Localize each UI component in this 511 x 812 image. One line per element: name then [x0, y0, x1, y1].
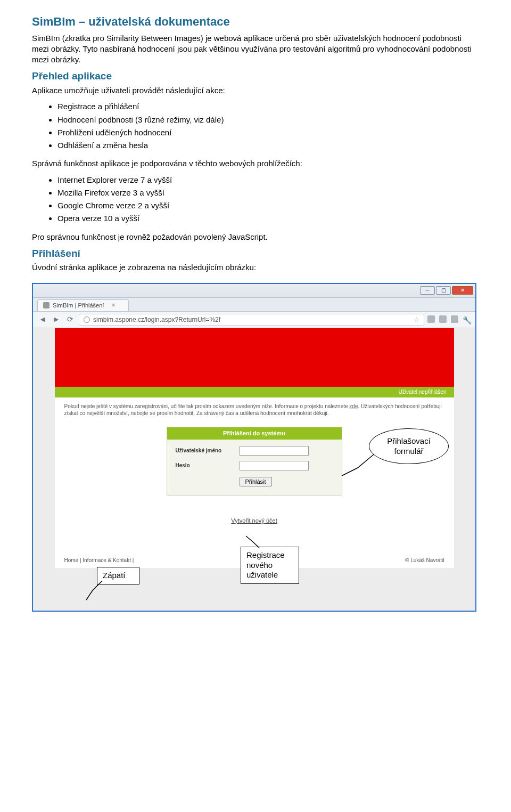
status-strip: Uživatel nepřihlášen [55, 387, 454, 397]
login-body: Uživatelské jméno Heslo Přihlásit [167, 440, 342, 495]
login-header: Přihlášení do systému [167, 427, 342, 440]
list-item: Registrace a přihlášení [57, 101, 479, 112]
url-box[interactable]: simbim.aspone.cz/login.aspx?ReturnUrl=%2… [79, 314, 424, 326]
list-item: Hodnocení podbnosti (3 různé režimy, viz… [57, 115, 479, 125]
create-account-row: Vytvořit nový účet [55, 517, 454, 525]
tab-title: SimBIm | Přihlášení [53, 302, 104, 310]
footer-left[interactable]: Home | Informace & Kontakt | [64, 557, 134, 564]
browsers-lead: Správná funkčnost aplikace je podporován… [32, 158, 479, 169]
username-label: Uživatelské jméno [176, 447, 234, 454]
doc-title: SimBIm – uživatelská dokumentace [32, 14, 479, 30]
form-row-username: Uživatelské jméno [176, 446, 333, 456]
create-account-link[interactable]: Vytvořit nový účet [231, 517, 277, 524]
info-text: Pokud nejste ještě v systému zaregistrov… [55, 397, 454, 423]
section-login-title: Přihlášení [32, 247, 479, 261]
intro-paragraph: SimBIm (zkratka pro Similarity Between I… [32, 33, 479, 66]
list-item: Odhlášení a změna hesla [57, 140, 479, 151]
globe-icon [84, 316, 90, 323]
section-overview-title: Přehled aplikace [32, 69, 479, 83]
callout-login-form: Přihlašovací formulář [369, 428, 449, 465]
address-bar-row: ◄ ► ⟳ simbim.aspone.cz/login.aspx?Return… [33, 312, 475, 328]
wrench-icon[interactable]: 🔧 [463, 315, 471, 324]
list-item: Internet Explorer verze 7 a vyšší [57, 175, 479, 185]
login-lead: Úvodní stránka aplikace je zobrazena na … [32, 262, 479, 273]
tab-strip: SimBIm | Přihlášení ✕ [33, 298, 475, 312]
url-text: simbim.aspone.cz/login.aspx?ReturnUrl=%2… [93, 315, 220, 324]
browser-window: ─ ▢ ✕ SimBIm | Přihlášení ✕ ◄ ► ⟳ simbim… [32, 283, 476, 612]
js-note: Pro správnou funkčnost je rovněž požadov… [32, 232, 479, 242]
browsers-list: Internet Explorer verze 7 a vyšší Mozill… [57, 175, 479, 224]
actions-list: Registrace a přihlášení Hodnocení podbno… [57, 101, 479, 151]
reload-icon[interactable]: ⟳ [65, 314, 76, 325]
bookmark-icon[interactable]: ☆ [414, 315, 419, 324]
login-box: Přihlášení do systému Uživatelské jméno … [167, 427, 342, 496]
list-item: Opera verze 10 a vyšší [57, 213, 479, 224]
form-row-password: Heslo [176, 461, 333, 470]
extension-icon[interactable] [451, 315, 458, 323]
red-banner [55, 328, 454, 387]
toolbar-right: 🔧 [427, 315, 471, 324]
close-button[interactable]: ✕ [452, 286, 473, 295]
page-viewport: Uživatel nepřihlášen Pokud nejste ještě … [33, 328, 475, 611]
password-input[interactable] [240, 461, 309, 470]
overview-lead: Aplikace umožňuje uživateli provádět nás… [32, 85, 479, 96]
minimize-button[interactable]: ─ [420, 286, 435, 295]
forward-icon[interactable]: ► [51, 314, 62, 325]
list-item: Mozilla Firefox verze 3 a vyšší [57, 188, 479, 198]
favicon-icon [43, 302, 50, 308]
extension-icon[interactable] [427, 315, 435, 323]
callout-register: Registrace nového uživatele [241, 547, 299, 584]
titlebar: ─ ▢ ✕ [33, 284, 475, 298]
callout-footer: Zápatí [97, 567, 139, 584]
maximize-button[interactable]: ▢ [436, 286, 451, 295]
footer-right: © Lukáš Navrátil [405, 557, 444, 564]
back-icon[interactable]: ◄ [37, 314, 48, 325]
list-item: Prohlížení udělených hodnocení [57, 127, 479, 138]
info-text-part: Pokud nejste ještě v systému zaregistrov… [64, 403, 350, 409]
username-input[interactable] [240, 446, 309, 456]
list-item: Google Chrome verze 2 a vyšší [57, 200, 479, 211]
browser-tab[interactable]: SimBIm | Přihlášení ✕ [37, 299, 129, 311]
login-button[interactable]: Přihlásit [240, 477, 272, 486]
status-text: Uživatel nepřihlášen [398, 388, 446, 396]
password-label: Heslo [176, 462, 234, 469]
tab-close-icon[interactable]: ✕ [111, 302, 116, 309]
extension-icon[interactable] [439, 315, 447, 323]
info-link[interactable]: zde [349, 403, 358, 409]
